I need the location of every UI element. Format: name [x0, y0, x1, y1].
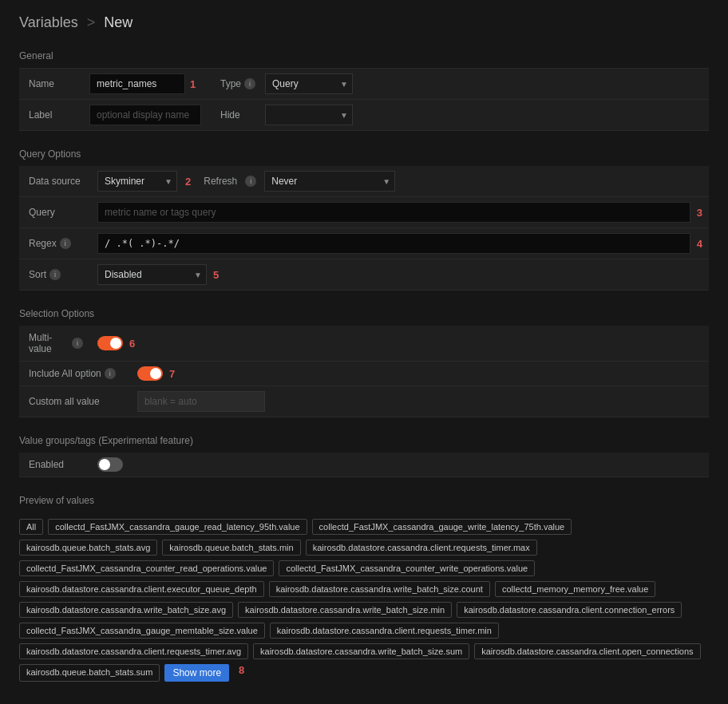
- refresh-select-wrapper: Never On Dashboard Load On Time Range Ch…: [264, 171, 395, 192]
- multivalue-info-icon: i: [72, 338, 83, 349]
- refresh-label: Refresh: [204, 176, 237, 187]
- regex-label: Regex: [29, 238, 57, 249]
- query-options-title: Query Options: [19, 140, 709, 166]
- custom-all-row: Custom all value: [19, 386, 709, 417]
- sort-badge: 5: [213, 269, 219, 281]
- type-info-icon: i: [244, 78, 255, 89]
- include-all-badge: 7: [169, 368, 175, 380]
- datasource-badge: 2: [185, 176, 191, 188]
- list-item[interactable]: kairosdb.datastore.cassandra.client.conn…: [457, 602, 682, 618]
- list-item[interactable]: kairosdb.queue.batch_stats.min: [162, 540, 300, 556]
- refresh-select[interactable]: Never On Dashboard Load On Time Range Ch…: [264, 171, 395, 192]
- datasource-input-cell: Skyminer ▼ 2: [91, 166, 197, 196]
- list-item[interactable]: kairosdb.datastore.cassandra.write_batch…: [19, 602, 233, 618]
- list-item[interactable]: collectd_FastJMX_cassandra_gauge_write_l…: [312, 519, 572, 535]
- sort-info-icon: i: [49, 269, 61, 280]
- query-options-section: Query Options Data source Skyminer ▼ 2 R…: [0, 140, 728, 291]
- include-all-label-cell: Include All option i: [19, 362, 131, 386]
- hide-select[interactable]: Variable Label: [265, 105, 353, 125]
- page-title: New: [104, 14, 133, 30]
- type-label-cell: Type i: [211, 72, 259, 96]
- label-input-cell: [83, 100, 211, 130]
- preview-section: Preview of values All collectd_FastJMX_c…: [0, 487, 728, 685]
- selection-options-title: Selection Options: [19, 300, 709, 326]
- datasource-select[interactable]: Skyminer: [97, 171, 177, 192]
- name-input[interactable]: [89, 73, 185, 94]
- list-item[interactable]: collectd_FastJMX_cassandra_gauge_read_la…: [48, 519, 307, 535]
- query-label: Query: [19, 200, 91, 224]
- enabled-row: Enabled: [19, 453, 709, 477]
- regex-info-icon: i: [60, 238, 71, 249]
- tag-all[interactable]: All: [19, 519, 43, 535]
- breadcrumb-variables[interactable]: Variables: [19, 14, 78, 30]
- refresh-cell: Refresh i Never On Dashboard Load On Tim…: [197, 166, 402, 196]
- multivalue-toggle-cell: 6: [91, 331, 709, 355]
- include-all-toggle[interactable]: [137, 366, 163, 381]
- list-item[interactable]: kairosdb.datastore.cassandra.write_batch…: [269, 581, 490, 597]
- name-type-row: Name 1 Type i Query Custom Constant Data…: [19, 68, 709, 100]
- query-input[interactable]: [97, 202, 690, 223]
- preview-title: Preview of values: [19, 487, 709, 512]
- list-item[interactable]: kairosdb.queue.batch_stats.avg: [19, 540, 157, 556]
- list-item[interactable]: kairosdb.queue.batch_stats.sum: [19, 664, 160, 682]
- selection-options-section: Selection Options Multi-value i 6 Includ…: [0, 300, 728, 417]
- type-label: Type: [220, 78, 241, 89]
- sort-label: Sort: [29, 269, 46, 280]
- multivalue-toggle[interactable]: [97, 336, 123, 350]
- general-section: General Name 1 Type i Query Custom Const…: [0, 42, 728, 131]
- include-all-toggle-cell: 7: [131, 362, 709, 386]
- sort-select[interactable]: Disabled Alphabetical (asc) Alphabetical…: [97, 264, 207, 285]
- list-item[interactable]: kairosdb.datastore.cassandra.write_batch…: [238, 602, 452, 618]
- datasource-select-wrapper: Skyminer ▼: [97, 171, 177, 192]
- enabled-toggle[interactable]: [97, 457, 123, 472]
- multivalue-badge: 6: [129, 338, 135, 350]
- name-label: Name: [19, 72, 83, 96]
- custom-all-label: Custom all value: [19, 390, 131, 413]
- value-groups-section: Value groups/tags (Experimental feature)…: [0, 427, 728, 477]
- include-all-info-icon: i: [105, 368, 116, 379]
- query-input-cell: 3: [91, 197, 709, 227]
- breadcrumb-separator: >: [87, 14, 96, 30]
- name-input-cell: 1: [83, 69, 211, 99]
- custom-all-input[interactable]: [137, 391, 265, 412]
- regex-badge: 4: [697, 238, 702, 250]
- datasource-label: Data source: [19, 169, 91, 193]
- list-item[interactable]: collectd_memory_memory_free.value: [495, 581, 655, 597]
- list-item[interactable]: kairosdb.datastore.cassandra.write_batch…: [253, 643, 469, 659]
- page-header: Variables > New: [0, 0, 728, 42]
- regex-input[interactable]: [97, 233, 690, 254]
- query-row: Query 3: [19, 197, 709, 228]
- list-item[interactable]: collectd_FastJMX_cassandra_counter_write…: [279, 560, 535, 576]
- list-item[interactable]: collectd_FastJMX_cassandra_counter_read_…: [19, 560, 274, 576]
- footer: Add 9: [0, 701, 728, 704]
- sort-select-wrapper: Disabled Alphabetical (asc) Alphabetical…: [97, 264, 207, 285]
- type-select-cell: Query Custom Constant Datasource Interva…: [259, 69, 359, 99]
- datasource-refresh-row: Data source Skyminer ▼ 2 Refresh i Never…: [19, 166, 709, 197]
- include-all-label: Include All option: [29, 368, 101, 379]
- hide-select-cell: Variable Label ▼: [259, 100, 359, 130]
- multivalue-label: Multi-value: [29, 332, 69, 354]
- list-item[interactable]: kairosdb.datastore.cassandra.client.exec…: [19, 581, 264, 597]
- list-item[interactable]: kairosdb.datastore.cassandra.client.requ…: [19, 643, 248, 659]
- enabled-toggle-cell: [91, 453, 709, 477]
- multivalue-slider: [97, 336, 123, 350]
- list-item[interactable]: collectd_FastJMX_cassandra_gauge_memtabl…: [19, 623, 265, 639]
- name-badge: 1: [190, 78, 196, 90]
- query-badge: 3: [697, 207, 702, 219]
- value-groups-title: Value groups/tags (Experimental feature): [19, 427, 709, 453]
- multivalue-row: Multi-value i 6: [19, 326, 709, 362]
- show-more-button[interactable]: Show more: [164, 664, 229, 682]
- general-section-title: General: [19, 42, 709, 68]
- list-item[interactable]: kairosdb.datastore.cassandra.client.open…: [474, 643, 700, 659]
- include-all-row: Include All option i 7: [19, 362, 709, 386]
- regex-label-cell: Regex i: [19, 231, 91, 255]
- list-item[interactable]: kairosdb.datastore.cassandra.client.requ…: [306, 540, 537, 556]
- label-label: Label: [19, 103, 83, 127]
- type-select-wrapper: Query Custom Constant Datasource Interva…: [265, 73, 353, 94]
- custom-all-input-cell: [131, 386, 709, 417]
- type-select[interactable]: Query Custom Constant Datasource Interva…: [265, 73, 353, 94]
- label-input[interactable]: [89, 105, 201, 125]
- list-item[interactable]: kairosdb.datastore.cassandra.client.requ…: [270, 623, 499, 639]
- show-more-badge: 8: [239, 664, 244, 682]
- sort-row: Sort i Disabled Alphabetical (asc) Alpha…: [19, 259, 709, 291]
